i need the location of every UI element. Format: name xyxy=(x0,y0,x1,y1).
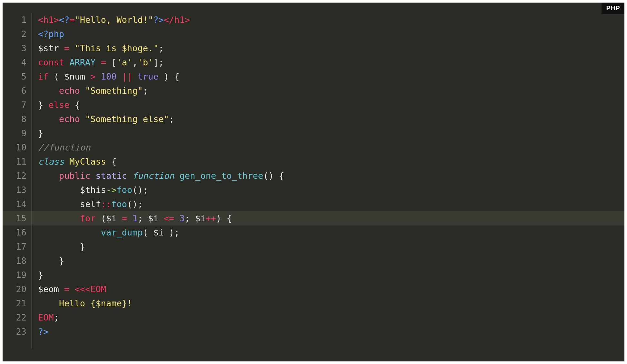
code-line[interactable]: ?> xyxy=(32,325,615,339)
code-token: $this xyxy=(38,185,106,195)
line-number: 1 xyxy=(12,13,26,27)
code-line[interactable]: public static function gen_one_to_three(… xyxy=(32,169,615,183)
code-token: = xyxy=(64,284,69,294)
code-token: "Something" xyxy=(85,86,143,96)
code-line[interactable]: class MyClass { xyxy=(32,155,615,169)
line-number: 7 xyxy=(12,98,26,112)
code-token: if xyxy=(38,72,49,81)
code-line[interactable]: EOM; xyxy=(32,311,615,325)
line-number: 14 xyxy=(12,197,26,211)
code-token xyxy=(96,72,101,81)
code-token: -> xyxy=(106,185,117,195)
code-line[interactable]: <h1><?="Hello, World!"?></h1> xyxy=(32,13,615,27)
code-token: } xyxy=(38,270,43,280)
line-number: 22 xyxy=(12,311,26,325)
code-token: > xyxy=(91,72,96,81)
line-number: 12 xyxy=(12,169,26,183)
code-line[interactable]: self::foo(); xyxy=(32,197,615,211)
line-number: 3 xyxy=(12,41,26,55)
code-line[interactable]: echo "Something else"; xyxy=(32,112,615,126)
code-editor[interactable]: 1234567891011121314151617181920212223 <h… xyxy=(3,3,624,361)
code-line[interactable]: } else { xyxy=(32,98,615,112)
code-token xyxy=(38,171,59,181)
code-token xyxy=(38,114,59,124)
line-number-gutter: 1234567891011121314151617181920212223 xyxy=(12,13,32,349)
code-token: "This is $hoge." xyxy=(75,43,159,53)
code-token: "Something else" xyxy=(85,114,169,124)
code-line[interactable]: echo "Something"; xyxy=(32,84,615,98)
code-token: () { xyxy=(263,171,284,181)
code-token: } xyxy=(38,256,64,266)
code-token: ?> xyxy=(38,327,49,337)
code-line[interactable]: $eom = <<<EOM xyxy=(32,282,615,296)
code-token: } xyxy=(38,128,43,138)
code-line[interactable]: $this->foo(); xyxy=(32,183,615,197)
code-token: ARRAY xyxy=(70,57,96,67)
code-token: const xyxy=(38,57,64,67)
code-token: } xyxy=(38,242,85,252)
code-token: { xyxy=(70,100,80,110)
code-token: = xyxy=(101,57,106,67)
code-token: (); xyxy=(132,185,148,195)
code-token: EOM xyxy=(91,284,106,294)
line-number: 19 xyxy=(12,268,26,282)
code-line[interactable]: $str = "This is $hoge."; xyxy=(32,41,615,55)
code-token xyxy=(38,86,59,96)
code-token: (); xyxy=(127,199,143,209)
code-token: for xyxy=(80,213,96,223)
code-token: 3 xyxy=(179,213,185,223)
code-token: ($i xyxy=(96,213,122,223)
code-token: //function xyxy=(38,142,91,152)
code-token: class xyxy=(38,157,64,167)
code-token: public xyxy=(59,171,91,181)
line-number: 23 xyxy=(12,325,26,339)
code-token: 100 xyxy=(101,72,117,81)
line-number: 15 xyxy=(12,211,26,225)
line-number: 10 xyxy=(12,140,26,155)
code-line[interactable]: } xyxy=(32,268,615,282)
code-line[interactable]: const ARRAY = ['a','b']; xyxy=(32,55,615,70)
code-token: </h1> xyxy=(164,15,190,25)
code-line[interactable]: //function xyxy=(32,140,615,155)
line-number: 16 xyxy=(12,225,26,240)
code-token: $str xyxy=(38,43,64,53)
code-token: function xyxy=(132,171,174,181)
code-line[interactable]: var_dump( $i ); xyxy=(32,225,615,240)
line-number: 9 xyxy=(12,126,26,140)
code-token: Hello {$name}! xyxy=(59,298,132,308)
code-line[interactable]: } xyxy=(32,240,615,254)
code-token xyxy=(91,171,96,181)
code-token: ?> xyxy=(153,15,164,25)
code-token: ; xyxy=(143,86,148,96)
line-number: 20 xyxy=(12,282,26,296)
code-token xyxy=(38,227,101,237)
code-token: ( $num xyxy=(49,72,91,81)
code-line[interactable]: if ( $num > 100 || true ) { xyxy=(32,70,615,84)
code-token xyxy=(70,284,75,294)
code-token: gen_one_to_three xyxy=(179,171,263,181)
code-token xyxy=(174,213,179,223)
code-token: ; $i xyxy=(185,213,206,223)
code-token: ; $i xyxy=(138,213,164,223)
code-token: EOM xyxy=(38,312,54,322)
code-token xyxy=(64,157,69,167)
code-token xyxy=(132,72,138,81)
code-line[interactable]: } xyxy=(32,126,615,140)
line-number: 5 xyxy=(12,70,26,84)
line-number: 17 xyxy=(12,240,26,254)
code-token xyxy=(80,114,85,124)
code-line[interactable]: for ($i = 1; $i <= 3; $i++) { xyxy=(32,211,615,225)
code-line[interactable]: <?php xyxy=(32,27,615,41)
code-token: ; xyxy=(159,43,164,53)
code-token: self xyxy=(38,199,101,209)
line-number: 11 xyxy=(12,155,26,169)
code-token: 'b' xyxy=(138,57,153,67)
code-line[interactable]: Hello {$name}! xyxy=(32,296,615,311)
code-token: foo xyxy=(111,199,127,209)
code-token: :: xyxy=(101,199,111,209)
line-number: 13 xyxy=(12,183,26,197)
code-token: echo xyxy=(59,86,80,96)
code-token: ) { xyxy=(159,72,179,81)
code-line[interactable]: } xyxy=(32,254,615,268)
code-content[interactable]: <h1><?="Hello, World!"?></h1><?php$str =… xyxy=(32,13,615,349)
